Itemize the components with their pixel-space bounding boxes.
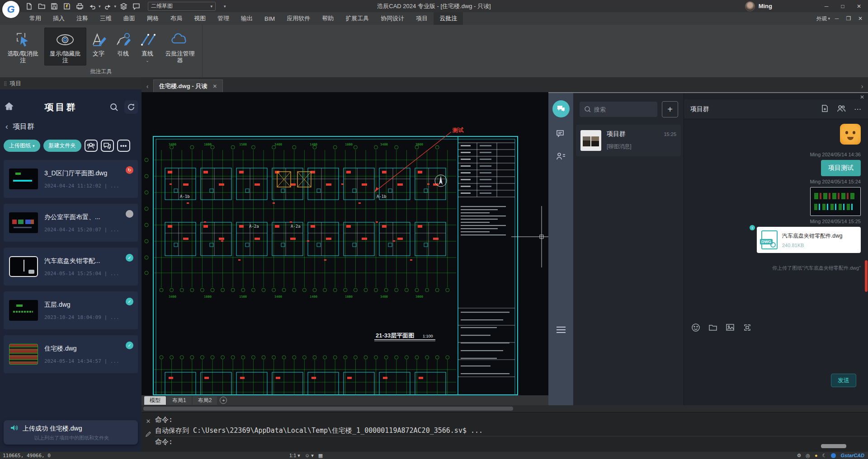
ribbon-tab[interactable]: 插入 [47, 12, 71, 25]
document-tab[interactable]: 住宅楼.dwg - 只读 ✕ [153, 80, 223, 92]
dock-grip-handle[interactable]: ⣿ [4, 81, 6, 86]
ribbon-tab[interactable]: 注释 [71, 12, 94, 25]
print-button[interactable] [74, 1, 85, 11]
command-scrollbar-thumb[interactable] [821, 444, 846, 448]
layers-icon[interactable] [118, 1, 129, 11]
ribbon-tab[interactable]: 布局 [165, 12, 188, 25]
file-list-item[interactable]: 五层.dwg 2023-10-24 18:04:09 | ... [4, 291, 138, 329]
command-history[interactable]: 命令: 自动保存到 C:\Users\22369\AppData\Local\T… [155, 412, 868, 452]
save-button[interactable] [49, 1, 60, 11]
minimize-button[interactable]: ─ [820, 1, 833, 11]
menu-hamburger-icon[interactable] [557, 327, 566, 333]
contacts-icon[interactable] [556, 152, 566, 163]
screenshot-icon[interactable] [743, 323, 752, 333]
appearance-menu[interactable]: 外观 [816, 15, 827, 23]
ribbon-tab[interactable]: 云批注 [434, 12, 463, 25]
back-chevron-icon[interactable]: ‹ [5, 122, 8, 131]
dock-panel-titlebar[interactable]: ⣿ 项目 [0, 77, 142, 89]
display-grid-icon[interactable]: ▦ [318, 453, 323, 459]
ribbon-tab[interactable]: 输出 [235, 12, 259, 25]
group-members-icon[interactable] [837, 104, 846, 114]
workspace-selector[interactable]: 二维草图 ▾ [148, 2, 216, 11]
horizontal-scrollbar-thumb[interactable] [143, 407, 513, 411]
command-prompt[interactable]: 命令: [155, 436, 868, 447]
send-file-icon[interactable] [708, 323, 717, 333]
layout-tab[interactable]: 模型 [144, 396, 166, 405]
members-button[interactable] [85, 140, 98, 152]
refresh-icon[interactable] [124, 100, 138, 114]
ribbon-tab[interactable]: 管理 [212, 12, 235, 25]
notification-icon[interactable]: ◎ [806, 453, 810, 459]
file-message-card[interactable]: DWG 汽车底盘夹钳零配件.dwg 240.81KB [757, 227, 861, 253]
undo-button[interactable] [87, 1, 98, 11]
ribbon-tab[interactable]: 常用 [24, 12, 47, 25]
home-icon[interactable] [4, 101, 14, 113]
maximize-button[interactable]: □ [836, 1, 849, 11]
workspace-switch-icon[interactable]: ☺ ▾ [305, 453, 314, 459]
upload-drawing-button[interactable]: 上传图纸 ▾ [4, 140, 40, 152]
ribbon-tab[interactable]: 扩展工具 [340, 12, 375, 25]
command-close-icon[interactable]: ✕ [146, 418, 151, 425]
panel-close-icon[interactable]: ✕ [860, 94, 864, 100]
share-drawing-icon[interactable] [821, 104, 829, 114]
save-as-button[interactable] [61, 1, 72, 11]
more-actions-button[interactable] [117, 140, 130, 152]
user-avatar[interactable] [745, 1, 755, 11]
tips-bulb-icon[interactable]: ● [815, 453, 818, 458]
cloud-annotation-manager-button[interactable]: 云批注管理器 [160, 28, 200, 66]
redo-button[interactable] [103, 1, 113, 11]
undo-dropdown-caret[interactable]: ▾ [99, 4, 101, 9]
sticker-message[interactable] [840, 124, 861, 145]
toggle-annotation-button[interactable]: 显示/隐藏批注 [44, 28, 87, 66]
ribbon-tab[interactable]: 帮助 [316, 12, 340, 25]
file-list-item[interactable]: 汽车底盘夹钳零配... 2024-05-14 15:25:04 | ... [4, 248, 138, 286]
settings-gear-icon[interactable]: ⚙ [797, 453, 801, 459]
tab-close-icon[interactable]: ✕ [212, 83, 217, 89]
ribbon-tab[interactable]: 视图 [188, 12, 212, 25]
file-list-item[interactable]: 办公室平面布置、... 2024-04-24 15:20:07 | ... [4, 204, 138, 242]
ribbon-tab[interactable]: 三维 [94, 12, 118, 25]
chat-scrollbar-thumb[interactable] [865, 260, 868, 292]
new-chat-button[interactable]: + [662, 101, 678, 117]
annotation-scale[interactable]: 1:1 ▾ [289, 453, 300, 459]
emoji-icon[interactable] [691, 323, 700, 334]
tab-scroll-left-icon[interactable]: ‹ [142, 80, 153, 92]
ribbon-tab[interactable]: 应用软件 [281, 12, 316, 25]
chat-more-icon[interactable]: ⋯ [854, 105, 862, 113]
ribbon-tab[interactable]: 网格 [141, 12, 165, 25]
open-file-button[interactable] [36, 1, 47, 11]
new-file-button[interactable] [24, 1, 34, 11]
leader-annotation-button[interactable]: 引线 [111, 28, 135, 59]
doc-minimize-button[interactable]: ─ [832, 14, 842, 23]
chat-input-area[interactable]: 发送 [684, 337, 868, 405]
text-message-bubble[interactable]: 项目测试 [821, 160, 861, 176]
file-list-item[interactable]: 3_D区门厅平面图.dwg 2024-04-24 11:12:02 | ... [4, 160, 138, 198]
ribbon-tab[interactable]: 协同设计 [375, 12, 410, 25]
layout-tab[interactable]: 布局1 [167, 396, 192, 405]
tab-scroll-right-icon[interactable]: › [856, 80, 868, 92]
group-chat-button[interactable] [101, 140, 114, 152]
command-edit-icon[interactable] [145, 431, 151, 439]
line-dropdown-caret[interactable]: ⌄ [146, 57, 149, 64]
image-message-thumbnail[interactable] [810, 187, 861, 216]
appearance-caret[interactable]: ▾ [828, 16, 830, 21]
search-icon[interactable] [107, 100, 121, 114]
theme-moon-icon[interactable]: ☾ [822, 453, 827, 459]
doc-close-button[interactable]: ✕ [855, 14, 865, 23]
line-annotation-button[interactable]: 直线 ⌄ [135, 28, 160, 66]
add-layout-icon[interactable]: + [220, 397, 227, 404]
toolbar-options-caret[interactable]: ▾ [224, 4, 226, 9]
chat-search-input[interactable] [594, 106, 653, 113]
redo-dropdown-caret[interactable]: ▾ [114, 4, 117, 9]
conversation-item[interactable]: 项目群 15:25 [聊图消息] [576, 125, 681, 156]
send-image-icon[interactable] [726, 323, 735, 333]
ribbon-tab[interactable]: BIM [259, 12, 281, 25]
app-logo[interactable]: G [2, 1, 19, 18]
chat-search-box[interactable] [580, 102, 657, 117]
ribbon-tab[interactable]: 曲面 [118, 12, 141, 25]
chat-bubble-icon[interactable] [131, 1, 142, 11]
close-button[interactable]: ✕ [853, 1, 865, 11]
text-annotation-button[interactable]: 文字 [86, 28, 111, 59]
select-annotation-button[interactable]: 选取/取消批注 [2, 28, 44, 66]
new-folder-button[interactable]: 新建文件夹 [43, 140, 81, 152]
